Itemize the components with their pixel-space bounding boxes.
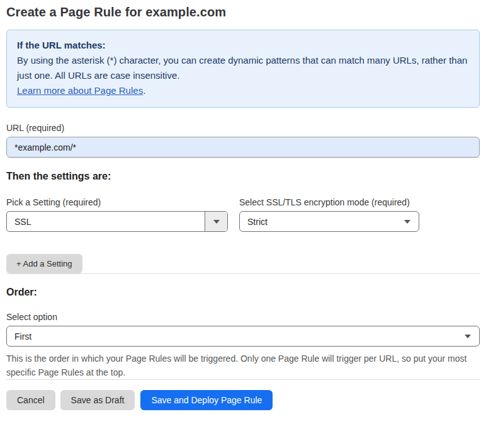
- save-and-deploy-button[interactable]: Save and Deploy Page Rule: [140, 390, 273, 410]
- cancel-button[interactable]: Cancel: [6, 390, 55, 410]
- info-box-heading: If the URL matches:: [17, 38, 469, 53]
- info-box-link-line: Learn more about Page Rules.: [17, 83, 469, 98]
- add-setting-button[interactable]: + Add a Setting: [6, 254, 82, 273]
- mode-select-label: Select SSL/TLS encryption mode (required…: [239, 197, 419, 207]
- url-field-label: URL (required): [6, 123, 480, 133]
- ssl-mode-select-caret-wrap: [404, 220, 419, 224]
- setting-select[interactable]: SSL: [6, 211, 228, 232]
- url-input[interactable]: [6, 137, 480, 158]
- order-select-caret-wrap: [465, 335, 479, 338]
- order-select-label: Select option: [6, 312, 480, 322]
- settings-section-heading: Then the settings are:: [6, 171, 480, 182]
- settings-row: Pick a Setting (required) SSL Select SSL…: [6, 197, 480, 232]
- divider: [6, 273, 480, 274]
- save-as-draft-button[interactable]: Save as Draft: [60, 390, 135, 410]
- learn-more-link[interactable]: Learn more about Page Rules: [17, 85, 143, 96]
- order-select-value: First: [7, 331, 465, 342]
- url-match-info-box: If the URL matches: By using the asteris…: [6, 30, 480, 108]
- info-box-body: By using the asterisk (*) character, you…: [17, 53, 469, 83]
- chevron-down-icon: [404, 220, 410, 224]
- order-section-heading: Order:: [6, 287, 480, 298]
- chevron-down-icon: [213, 220, 220, 224]
- setting-select-dropdown-button[interactable]: [205, 212, 227, 231]
- setting-select-label: Pick a Setting (required): [6, 197, 228, 207]
- order-help-text: This is the order in which your Page Rul…: [6, 352, 480, 379]
- order-select[interactable]: First: [6, 326, 480, 347]
- mode-select-group: Select SSL/TLS encryption mode (required…: [239, 197, 419, 232]
- setting-select-group: Pick a Setting (required) SSL: [6, 197, 228, 232]
- divider: [6, 158, 480, 158]
- setting-select-value: SSL: [7, 217, 205, 227]
- footer-actions: Cancel Save as Draft Save and Deploy Pag…: [6, 390, 480, 410]
- divider: [6, 379, 480, 380]
- create-page-rule-form: Create a Page Rule for example.com If th…: [0, 0, 486, 410]
- chevron-down-icon: [465, 335, 471, 338]
- link-period: .: [143, 85, 145, 96]
- page-title: Create a Page Rule for example.com: [6, 5, 480, 20]
- ssl-mode-select[interactable]: Strict: [239, 211, 419, 232]
- ssl-mode-select-value: Strict: [240, 217, 404, 227]
